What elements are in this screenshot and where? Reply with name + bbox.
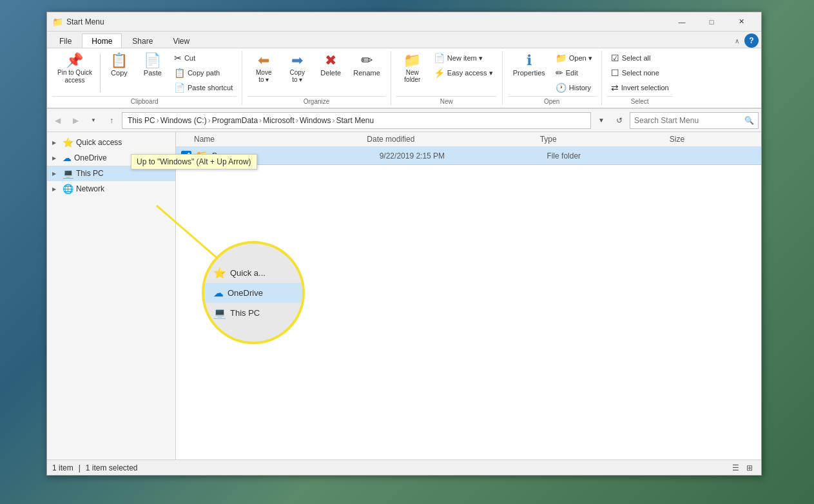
magnifier-onedrive-label: OneDrive <box>228 288 263 298</box>
cut-label: Cut <box>184 54 195 62</box>
network-icon: 🌐 <box>63 184 73 194</box>
this-pc-icon: 💻 <box>63 168 73 179</box>
organize-group-label: Organize <box>247 96 385 105</box>
open-label: Open ▾ <box>569 54 592 63</box>
address-path[interactable]: This PC › Windows (C:) › ProgramData › M… <box>122 112 591 129</box>
new-item-button[interactable]: 📄 New item ▾ <box>430 51 497 65</box>
paste-shortcut-icon: 📄 <box>174 82 185 93</box>
copy-button[interactable]: 📋 Copy <box>103 51 135 79</box>
new-group: 📁 Newfolder 📄 New item ▾ ⚡ Easy access ▾… <box>391 51 503 105</box>
rename-button[interactable]: ✏ Rename <box>348 51 385 79</box>
magnifier-quick-access-icon: ⭐ <box>213 267 226 279</box>
up-button[interactable]: ↑ <box>104 113 119 128</box>
content-area: ▶ ⭐ Quick access ▶ ☁ OneDrive ▶ 💻 This P… <box>47 132 761 460</box>
tab-share[interactable]: Share <box>122 34 162 48</box>
invert-selection-icon: ⇄ <box>611 82 619 93</box>
select-all-icon: ☑ <box>611 53 619 63</box>
maximize-button[interactable]: □ <box>697 12 726 32</box>
properties-button[interactable]: ℹ Properties <box>508 51 550 79</box>
nav-pane: ▶ ⭐ Quick access ▶ ☁ OneDrive ▶ 💻 This P… <box>47 132 176 460</box>
easy-access-label: Easy access ▾ <box>447 69 493 77</box>
select-none-button[interactable]: ☐ Select none <box>607 66 673 80</box>
title-bar: 📁 Start Menu — □ ✕ <box>47 12 761 32</box>
quick-access-icon: ⭐ <box>63 137 73 148</box>
copy-path-button[interactable]: 📋 Copy path <box>170 66 237 80</box>
cut-button[interactable]: ✂ Cut <box>170 51 237 65</box>
rename-icon: ✏ <box>361 53 373 68</box>
new-item-label: New item ▾ <box>447 54 483 63</box>
move-to-label: Moveto ▾ <box>256 69 271 83</box>
tab-home[interactable]: Home <box>82 34 122 48</box>
help-button[interactable]: ? <box>744 34 759 48</box>
select-items: ☑ Select all ☐ Select none ⇄ Invert sele… <box>607 51 673 95</box>
edit-button[interactable]: ✏ Edit <box>552 66 596 80</box>
move-to-button[interactable]: ⬅ Moveto ▾ <box>247 51 280 86</box>
cut-icon: ✂ <box>174 53 182 63</box>
explorer-window: 📁 Start Menu — □ ✕ File Home Share View … <box>46 12 762 476</box>
copy-to-button[interactable]: ➡ Copyto ▾ <box>281 51 313 86</box>
magnifier-item-quick-access: ⭐ Quick a... <box>204 263 302 283</box>
new-folder-button[interactable]: 📁 Newfolder <box>396 51 429 86</box>
ribbon-tab-bar: File Home Share View ∧ ? <box>47 32 761 48</box>
file-date: 9/22/2019 2:15 PM <box>380 151 547 160</box>
details-view-button[interactable]: ☰ <box>729 461 742 474</box>
large-icons-view-button[interactable]: ⊞ <box>743 461 756 474</box>
history-button[interactable]: 🕐 History <box>552 81 596 95</box>
close-button[interactable]: ✕ <box>726 12 756 32</box>
delete-button[interactable]: ✖ Delete <box>315 51 347 79</box>
copy-path-label: Copy path <box>188 69 220 77</box>
sidebar-item-network[interactable]: ▶ 🌐 Network <box>47 181 175 197</box>
move-to-icon: ⬅ <box>258 53 269 68</box>
back-button[interactable]: ◀ <box>50 113 65 128</box>
address-dropdown-button[interactable]: ▼ <box>594 113 609 128</box>
paste-shortcut-label: Paste shortcut <box>188 84 233 92</box>
select-all-button[interactable]: ☑ Select all <box>607 51 673 65</box>
path-programdata: ProgramData <box>212 116 258 125</box>
organize-group: ⬅ Moveto ▾ ➡ Copyto ▾ ✖ Delete ✏ Rename … <box>242 51 391 105</box>
tooltip: Up to "Windows" (Alt + Up Arrow) <box>131 154 257 170</box>
magnifier-onedrive-icon: ☁ <box>213 287 224 299</box>
easy-access-button[interactable]: ⚡ Easy access ▾ <box>430 66 497 80</box>
select-group: ☑ Select all ☐ Select none ⇄ Invert sele… <box>602 51 678 105</box>
search-input[interactable] <box>634 116 742 125</box>
tab-file[interactable]: File <box>50 34 81 48</box>
column-header-date[interactable]: Date modified <box>367 135 539 144</box>
paste-shortcut-button[interactable]: 📄 Paste shortcut <box>170 81 237 95</box>
address-bar: ◀ ▶ ▼ ↑ This PC › Windows (C:) › Program… <box>47 109 761 132</box>
path-microsoft: Microsoft <box>263 116 295 125</box>
new-items: 📁 Newfolder 📄 New item ▾ ⚡ Easy access ▾ <box>396 51 497 95</box>
minimize-button[interactable]: — <box>667 12 697 32</box>
open-button[interactable]: 📁 Open ▾ <box>552 51 596 65</box>
new-folder-label: Newfolder <box>404 69 420 83</box>
status-bar: 1 item | 1 item selected ☰ ⊞ <box>47 460 761 475</box>
ribbon-collapse-btn[interactable]: ∧ <box>735 37 739 44</box>
invert-selection-label: Invert selection <box>621 84 669 92</box>
paste-icon: 📄 <box>144 53 161 68</box>
sidebar-item-quick-access[interactable]: ▶ ⭐ Quick access <box>47 135 175 150</box>
magnifier-this-pc-icon: 💻 <box>213 307 226 319</box>
recent-locations-button[interactable]: ▼ <box>86 113 101 128</box>
path-windows: Windows (C:) <box>160 116 207 125</box>
network-label: Network <box>76 184 104 193</box>
clipboard-items: 📌 Pin to Quickaccess 📋 Copy 📄 Paste ✂ <box>52 51 237 95</box>
invert-selection-button[interactable]: ⇄ Invert selection <box>607 81 673 95</box>
ribbon-toolbar: 📌 Pin to Quickaccess 📋 Copy 📄 Paste ✂ <box>47 48 761 109</box>
column-header-size[interactable]: Size <box>670 135 756 144</box>
column-header-type[interactable]: Type <box>540 135 670 144</box>
forward-button[interactable]: ▶ <box>68 113 83 128</box>
paste-button[interactable]: 📄 Paste <box>137 51 169 79</box>
tab-view[interactable]: View <box>163 34 199 48</box>
file-list-header: Name Date modified Type Size <box>176 132 761 147</box>
magnifier-this-pc-label: This PC <box>230 308 260 318</box>
path-start-menu: Start Menu <box>336 116 374 125</box>
new-item-icon: 📄 <box>434 53 445 63</box>
chevron-right-icon-3: ▶ <box>52 171 60 177</box>
table-row[interactable]: 📁 Programs 9/22/2019 2:15 PM File folder <box>176 147 761 165</box>
refresh-button[interactable]: ↺ <box>612 113 627 128</box>
select-none-label: Select none <box>622 69 659 77</box>
pin-to-quick-access-button[interactable]: 📌 Pin to Quickaccess <box>52 51 97 87</box>
tooltip-text: Up to "Windows" (Alt + Up Arrow) <box>137 157 251 166</box>
view-buttons: ☰ ⊞ <box>729 461 756 474</box>
column-header-name[interactable]: Name <box>181 135 367 144</box>
chevron-right-icon: ▶ <box>52 140 60 146</box>
